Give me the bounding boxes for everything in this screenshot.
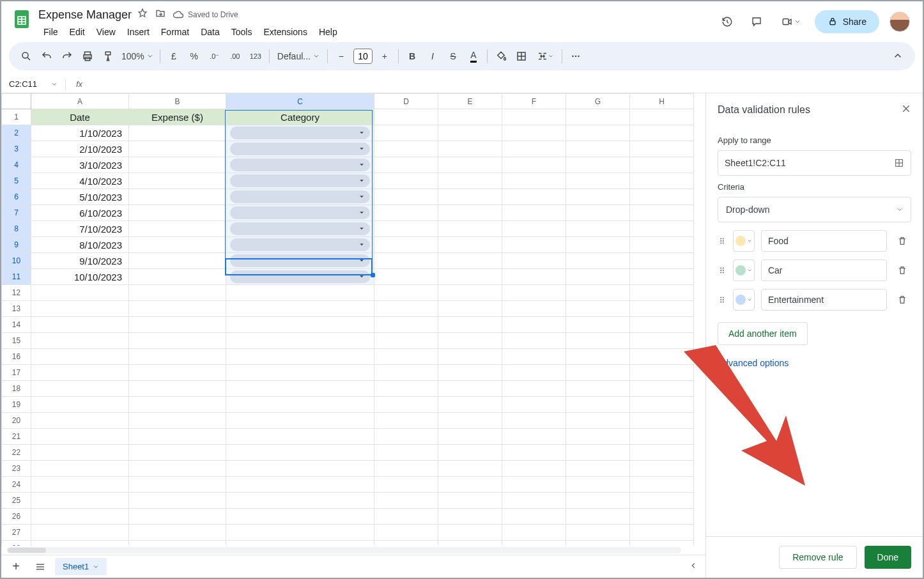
cell[interactable] (374, 221, 438, 237)
cell[interactable] (226, 493, 374, 509)
cell[interactable] (374, 157, 438, 173)
print-icon[interactable] (78, 47, 97, 66)
cell-expense[interactable] (129, 301, 226, 317)
cell-expense[interactable] (129, 157, 226, 173)
cell-date[interactable]: 3/10/2023 (31, 157, 129, 173)
cell[interactable] (374, 477, 438, 493)
cell[interactable] (630, 141, 694, 157)
row-header-20[interactable]: 20 (2, 413, 31, 429)
bold-icon[interactable]: B (403, 47, 422, 66)
cell[interactable] (630, 413, 694, 429)
menu-edit[interactable]: Edit (65, 24, 90, 40)
cell-expense[interactable] (129, 253, 226, 269)
cell[interactable] (374, 285, 438, 301)
category-dropdown[interactable] (226, 189, 374, 205)
add-sheet-icon[interactable]: + (6, 557, 26, 576)
cell-date[interactable] (31, 365, 129, 381)
header-expense[interactable]: Expense ($) (129, 109, 226, 125)
cell[interactable] (502, 493, 566, 509)
cell[interactable] (566, 221, 630, 237)
cell-date[interactable] (31, 525, 129, 541)
cloud-icon[interactable]: Saved to Drive (173, 9, 238, 20)
cell[interactable] (566, 237, 630, 253)
cell[interactable] (374, 365, 438, 381)
cell[interactable] (502, 477, 566, 493)
cell[interactable] (502, 157, 566, 173)
row-header-6[interactable]: 6 (2, 189, 31, 205)
row-header-19[interactable]: 19 (2, 397, 31, 413)
drag-handle-icon[interactable] (718, 294, 727, 305)
cell-expense[interactable] (129, 461, 226, 477)
cell[interactable] (438, 109, 502, 125)
cell[interactable] (374, 269, 438, 285)
menu-file[interactable]: File (38, 24, 63, 40)
cell[interactable] (502, 381, 566, 397)
range-input[interactable]: Sheet1!C2:C11 (718, 150, 911, 176)
cell-expense[interactable] (129, 333, 226, 349)
cell[interactable] (630, 301, 694, 317)
cell-expense[interactable] (129, 237, 226, 253)
cell[interactable] (566, 509, 630, 525)
cell-expense[interactable] (129, 381, 226, 397)
cell[interactable] (438, 365, 502, 381)
cell-expense[interactable] (129, 397, 226, 413)
cell[interactable] (438, 445, 502, 461)
row-header-4[interactable]: 4 (2, 157, 31, 173)
cell[interactable] (502, 221, 566, 237)
cell-date[interactable]: 10/10/2023 (31, 269, 129, 285)
cell[interactable] (630, 381, 694, 397)
percent-icon[interactable]: % (185, 47, 204, 66)
cell[interactable] (374, 429, 438, 445)
font-size-input[interactable] (353, 49, 373, 64)
dec-increase-icon[interactable]: .00 (226, 47, 245, 66)
strikethrough-icon[interactable]: S (443, 47, 463, 66)
borders-icon[interactable] (512, 47, 531, 66)
cell[interactable] (630, 173, 694, 189)
cell[interactable] (630, 269, 694, 285)
delete-option-icon[interactable] (893, 231, 911, 251)
row-header-7[interactable]: 7 (2, 205, 31, 221)
cell[interactable] (438, 157, 502, 173)
cell-expense[interactable] (129, 525, 226, 541)
col-header-F[interactable]: F (502, 94, 566, 109)
cell-expense[interactable] (129, 445, 226, 461)
cell[interactable] (438, 205, 502, 221)
cell-date[interactable]: 5/10/2023 (31, 189, 129, 205)
cell[interactable] (630, 221, 694, 237)
option-input-0[interactable] (761, 230, 887, 252)
cell[interactable] (226, 381, 374, 397)
cell[interactable] (630, 317, 694, 333)
remove-rule-button[interactable]: Remove rule (779, 546, 856, 569)
cell[interactable] (630, 429, 694, 445)
done-button[interactable]: Done (865, 546, 911, 569)
cell[interactable] (374, 381, 438, 397)
cell[interactable] (374, 125, 438, 141)
cell[interactable] (630, 333, 694, 349)
cell-date[interactable] (31, 445, 129, 461)
cell[interactable] (226, 445, 374, 461)
cell[interactable] (502, 541, 566, 546)
cell[interactable] (502, 333, 566, 349)
cell[interactable] (566, 541, 630, 546)
cell[interactable] (374, 333, 438, 349)
cell-expense[interactable] (129, 349, 226, 365)
cell[interactable] (226, 365, 374, 381)
cell[interactable] (226, 349, 374, 365)
cell[interactable] (438, 493, 502, 509)
cell[interactable] (502, 429, 566, 445)
cell-expense[interactable] (129, 493, 226, 509)
cell[interactable] (438, 237, 502, 253)
col-header-C[interactable]: C (226, 94, 374, 109)
category-dropdown[interactable] (226, 269, 374, 285)
cell[interactable] (226, 285, 374, 301)
cell[interactable] (438, 333, 502, 349)
cell[interactable] (502, 205, 566, 221)
cell-expense[interactable] (129, 365, 226, 381)
cell[interactable] (630, 349, 694, 365)
cell[interactable] (226, 413, 374, 429)
cell[interactable] (438, 525, 502, 541)
menu-extensions[interactable]: Extensions (258, 24, 312, 40)
cell[interactable] (502, 397, 566, 413)
col-header-E[interactable]: E (438, 94, 502, 109)
category-dropdown[interactable] (226, 157, 374, 173)
